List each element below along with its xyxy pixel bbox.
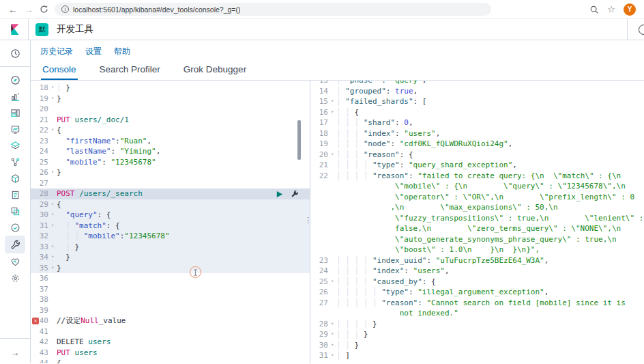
sidebar-item-uptime[interactable] (5, 219, 25, 236)
browser-address-bar[interactable]: i localhost:5601/app/kibana#/dev_tools/c… (55, 3, 491, 16)
fold-toggle-icon[interactable]: ▾ (328, 340, 336, 351)
fold-toggle-icon[interactable]: ▾ (48, 125, 57, 136)
code-line-30[interactable]: 30▾│ │ } (310, 340, 644, 351)
code-line-25[interactable]: 25 "mobile": "12345678" (31, 157, 310, 168)
code-line-wrap[interactable]: \"auto_generate_synonyms_phrase_query\" … (310, 234, 644, 245)
send-request-play-icon[interactable] (276, 191, 283, 198)
tab-grok-debugger[interactable]: Grok Debugger (182, 59, 248, 80)
fold-toggle-icon[interactable]: ▾ (48, 221, 57, 232)
code-line-wrap[interactable]: ,\n \"max_expansions\" : 50,\n (310, 202, 644, 213)
code-line-wrap[interactable]: \"operator\" : \"OR\",\n \"prefix_length… (310, 192, 644, 203)
code-line-30[interactable]: 30▾ "query": { (31, 210, 310, 221)
kibana-logo-icon[interactable] (9, 23, 21, 36)
sidebar-item-maps[interactable] (5, 137, 25, 154)
sidebar-item-stack-monitoring[interactable] (5, 253, 25, 270)
fold-toggle-icon[interactable]: ▾ (48, 210, 57, 221)
code-line-27[interactable]: 27 (31, 178, 310, 189)
code-line-13[interactable]: 13│ "phase" : "query", (310, 81, 644, 86)
code-line-28[interactable]: 28POST /users/_search (31, 188, 310, 199)
code-line-26[interactable]: 26▾} (31, 167, 310, 178)
fold-toggle-icon[interactable]: ▾ (48, 263, 57, 274)
code-line-38[interactable]: 38 (31, 294, 310, 305)
code-line-42[interactable]: 42DELETE users (31, 337, 310, 348)
tab-console[interactable]: Console (41, 59, 78, 80)
fold-toggle-icon[interactable]: ▾ (328, 107, 336, 118)
code-line-29[interactable]: 29▾{ (31, 199, 310, 210)
code-line-35[interactable]: 35▾} (31, 263, 310, 274)
bookmark-star-icon[interactable]: ☆ (607, 4, 615, 14)
site-info-icon[interactable]: i (61, 5, 69, 13)
code-line-33[interactable]: 33▾ │ } (31, 242, 310, 253)
sidebar-item-discover[interactable] (5, 72, 25, 88)
code-line-31[interactable]: 31▾│ ] (310, 350, 644, 361)
code-line-44[interactable]: 44{ (31, 358, 310, 363)
fold-toggle-icon[interactable]: ▾ (48, 252, 57, 263)
code-line-40[interactable]: ×40//设定Null_value (31, 316, 310, 326)
sidebar-item-management[interactable] (5, 270, 25, 286)
code-line-23[interactable]: 23 "firstName":"Ruan", (31, 136, 310, 147)
request-action-buttons[interactable] (276, 190, 299, 198)
code-line-27[interactable]: 27│ │ │ │ │ "reason": "Cannot search on … (310, 298, 644, 309)
fold-toggle-icon[interactable]: ▾ (48, 83, 57, 94)
code-line-19[interactable]: 19│ │ │ "node": "cdf0KL_fQLWDRuXQioi24g"… (310, 139, 644, 150)
code-line-wrap[interactable]: not indexed." (310, 308, 644, 319)
fold-toggle-icon[interactable]: ▾ (48, 199, 57, 210)
code-line-34[interactable]: 34▾ } (31, 252, 310, 263)
code-line-29[interactable]: 29▾│ │ │ } (310, 329, 644, 340)
sidebar-item-recently-viewed[interactable] (5, 45, 25, 61)
console-response-viewer[interactable]: 13│ "phase" : "query",14│ "grouped": tru… (310, 81, 644, 363)
settings-link[interactable]: 设置 (85, 46, 102, 57)
sidebar-item-apm[interactable] (5, 203, 25, 219)
code-line-24[interactable]: 24 "lastName": "Yiming", (31, 146, 310, 157)
sidebar-item-machine-learning[interactable] (5, 154, 25, 170)
code-line-25[interactable]: 25▾│ │ │ │ "caused_by": { (310, 277, 644, 288)
browser-reload-icon[interactable] (40, 5, 48, 14)
code-line-21[interactable]: 21│ │ │ │ "type": "query_shard_exception… (310, 160, 644, 171)
zoom-page-icon[interactable] (589, 5, 599, 14)
fold-toggle-icon[interactable]: ▾ (48, 242, 57, 253)
code-line-32[interactable]: 32 │ │ "mobile":"12345678" (31, 231, 310, 242)
code-line-23[interactable]: 23│ │ │ │ "index_uuid": "uTuFucrpTze5BEz… (310, 255, 644, 266)
sidebar-collapse-arrow-icon[interactable]: → (11, 348, 20, 358)
sidebar-item-canvas[interactable] (5, 121, 25, 137)
header-help-icon[interactable] (639, 25, 644, 35)
browser-back-icon[interactable]: ← (8, 5, 18, 14)
code-line-24[interactable]: 24│ │ │ │ "index": "users", (310, 266, 644, 277)
code-line-43[interactable]: 43PUT users (31, 348, 310, 359)
code-line-22[interactable]: 22▾{ (31, 125, 310, 136)
code-line-20[interactable]: 20 (31, 104, 310, 115)
code-line-wrap[interactable]: \"mobile\" : {\n \"query\" : \"12345678\… (310, 181, 644, 192)
fold-toggle-icon[interactable]: ▾ (328, 96, 336, 107)
code-line-39[interactable]: 39 (31, 305, 310, 316)
code-line-17[interactable]: 17│ │ │ "shard": 0, (310, 117, 644, 128)
fold-toggle-icon[interactable]: ▾ (328, 277, 336, 288)
fold-toggle-icon[interactable]: ▾ (328, 319, 336, 330)
code-line-19[interactable]: 19▾} (31, 94, 310, 104)
code-line-15[interactable]: 15▾│ "failed_shards": [ (310, 96, 644, 107)
code-line-wrap[interactable]: \"boost\" : 1.0\n }\n }\n}", (310, 244, 644, 255)
code-line-36[interactable]: 36 (31, 273, 310, 284)
editor-scrollbar-thumb[interactable] (297, 120, 301, 160)
sidebar-item-dev-tools[interactable] (5, 236, 25, 253)
tab-search-profiler[interactable]: Search Profiler (98, 59, 162, 80)
code-line-22[interactable]: 22│ │ │ │ "reason": "failed to create qu… (310, 171, 644, 182)
code-line-18[interactable]: 18▾│ } (31, 83, 310, 94)
code-line-20[interactable]: 20▾│ │ │ "reason": { (310, 150, 644, 160)
code-line-16[interactable]: 16▾│ │ { (310, 107, 644, 118)
code-line-26[interactable]: 26│ │ │ │ │ "type": "illegal_argument_ex… (310, 287, 644, 298)
fold-toggle-icon[interactable]: ▾ (328, 329, 336, 340)
sidebar-item-visualize[interactable] (5, 88, 25, 104)
browser-profile-avatar[interactable]: Y (624, 3, 636, 16)
browser-forward-icon[interactable]: → (24, 5, 33, 14)
code-line-14[interactable]: 14│ "grouped": true, (310, 86, 644, 97)
sidebar-item-logs[interactable] (5, 186, 25, 203)
fold-toggle-icon[interactable]: ▾ (328, 350, 336, 361)
code-line-31[interactable]: 31▾ │ "match": { (31, 221, 310, 232)
sidebar-item-infrastructure[interactable] (5, 170, 25, 186)
code-line-21[interactable]: 21PUT users/_doc/1 (31, 115, 310, 126)
fold-toggle-icon[interactable]: ▾ (48, 167, 57, 178)
sidebar-item-dashboard[interactable] (5, 104, 25, 121)
history-link[interactable]: 历史记录 (40, 46, 73, 57)
code-line-41[interactable]: 41 (31, 326, 310, 337)
request-wrench-icon[interactable] (291, 190, 299, 198)
